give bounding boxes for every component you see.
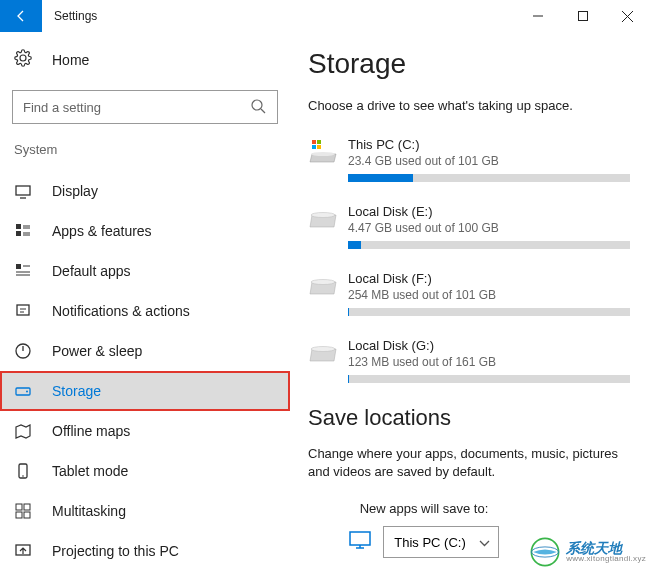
home-nav[interactable]: Home xyxy=(0,40,290,80)
sidebar-item-label: Multitasking xyxy=(52,503,126,519)
chevron-down-icon xyxy=(479,535,490,550)
sidebar-item-label: Offline maps xyxy=(52,423,130,439)
drive-usage: 123 MB used out of 161 GB xyxy=(348,355,630,369)
monitor-icon xyxy=(349,531,371,553)
svg-rect-18 xyxy=(17,305,29,315)
svg-rect-14 xyxy=(16,264,21,269)
sidebar-item-notifications-actions[interactable]: Notifications & actions xyxy=(0,291,290,331)
save-locations-title: Save locations xyxy=(308,405,630,431)
drive-item[interactable]: Local Disk (F:) 254 MB used out of 101 G… xyxy=(308,271,630,316)
drive-name: Local Disk (E:) xyxy=(348,204,630,219)
svg-point-4 xyxy=(252,100,262,110)
window-title: Settings xyxy=(54,9,97,23)
drive-usage: 23.4 GB used out of 101 GB xyxy=(348,154,630,168)
gear-icon xyxy=(14,49,32,71)
new-apps-label: New apps will save to: xyxy=(290,501,630,516)
sidebar-item-power-sleep[interactable]: Power & sleep xyxy=(0,331,290,371)
drive-name: This PC (C:) xyxy=(348,137,630,152)
drive-item[interactable]: This PC (C:) 23.4 GB used out of 101 GB xyxy=(308,137,630,182)
close-icon xyxy=(622,11,633,22)
tablet-icon xyxy=(14,462,32,480)
drive-item[interactable]: Local Disk (G:) 123 MB used out of 161 G… xyxy=(308,338,630,383)
drive-progress xyxy=(348,241,630,249)
maximize-icon xyxy=(578,11,588,21)
svg-rect-30 xyxy=(24,512,30,518)
sidebar-item-storage[interactable]: Storage xyxy=(0,371,290,411)
drive-progress xyxy=(348,308,630,316)
sidebar-item-label: Storage xyxy=(52,383,101,399)
sidebar-item-multitasking[interactable]: Multitasking xyxy=(0,491,290,531)
notifications-icon xyxy=(14,302,32,320)
minimize-button[interactable] xyxy=(515,0,560,32)
minimize-icon xyxy=(533,11,543,21)
close-button[interactable] xyxy=(605,0,650,32)
sidebar-item-label: Default apps xyxy=(52,263,131,279)
drive-name: Local Disk (G:) xyxy=(348,338,630,353)
svg-rect-40 xyxy=(350,532,370,545)
section-header: System xyxy=(0,138,290,161)
sidebar-item-projecting-to-this-pc[interactable]: Projecting to this PC xyxy=(0,531,290,571)
watermark: 系统天地 www.xitongtiandi.xyz xyxy=(528,535,646,569)
back-button[interactable] xyxy=(0,0,42,32)
drive-name: Local Disk (F:) xyxy=(348,271,630,286)
sidebar-item-label: Power & sleep xyxy=(52,343,142,359)
sidebar-item-default-apps[interactable]: Default apps xyxy=(0,251,290,291)
svg-rect-32 xyxy=(312,140,316,144)
drive-progress xyxy=(348,375,630,383)
default-apps-icon xyxy=(14,262,32,280)
projecting-icon xyxy=(14,542,32,560)
svg-rect-27 xyxy=(16,504,22,510)
drive-icon xyxy=(308,271,348,316)
sidebar-item-apps-features[interactable]: Apps & features xyxy=(0,211,290,251)
svg-point-37 xyxy=(311,213,335,218)
svg-point-24 xyxy=(26,391,28,393)
drive-icon xyxy=(308,137,348,182)
svg-rect-33 xyxy=(317,140,321,144)
svg-rect-8 xyxy=(16,224,21,229)
sidebar-item-tablet-mode[interactable]: Tablet mode xyxy=(0,451,290,491)
page-subtitle: Choose a drive to see what's taking up s… xyxy=(308,98,630,113)
svg-point-38 xyxy=(311,280,335,285)
page-title: Storage xyxy=(308,48,630,80)
storage-icon xyxy=(14,382,32,400)
search-input[interactable] xyxy=(12,90,278,124)
svg-line-5 xyxy=(261,109,265,113)
multitasking-icon xyxy=(14,502,32,520)
apps-icon xyxy=(14,222,32,240)
sidebar-item-label: Tablet mode xyxy=(52,463,128,479)
svg-point-26 xyxy=(22,475,24,477)
sidebar-item-label: Notifications & actions xyxy=(52,303,190,319)
svg-point-36 xyxy=(311,152,335,156)
svg-rect-35 xyxy=(317,145,321,149)
sidebar-item-label: Projecting to this PC xyxy=(52,543,179,559)
maximize-button[interactable] xyxy=(560,0,605,32)
sidebar-item-offline-maps[interactable]: Offline maps xyxy=(0,411,290,451)
power-icon xyxy=(14,342,32,360)
sidebar-item-label: Display xyxy=(52,183,98,199)
drive-icon xyxy=(308,204,348,249)
svg-rect-34 xyxy=(312,145,316,149)
display-icon xyxy=(14,182,32,200)
drive-item[interactable]: Local Disk (E:) 4.47 GB used out of 100 … xyxy=(308,204,630,249)
svg-point-39 xyxy=(311,347,335,352)
svg-rect-28 xyxy=(24,504,30,510)
arrow-left-icon xyxy=(13,8,29,24)
save-locations-desc: Change where your apps, documents, music… xyxy=(308,445,630,481)
home-label: Home xyxy=(52,52,89,68)
new-apps-dropdown[interactable]: This PC (C:) xyxy=(383,526,499,558)
drive-usage: 4.47 GB used out of 100 GB xyxy=(348,221,630,235)
svg-rect-1 xyxy=(578,12,587,21)
drive-progress xyxy=(348,174,630,182)
sidebar-item-display[interactable]: Display xyxy=(0,171,290,211)
maps-icon xyxy=(14,422,32,440)
svg-rect-29 xyxy=(16,512,22,518)
svg-rect-9 xyxy=(16,231,21,236)
search-icon xyxy=(250,98,266,118)
drive-usage: 254 MB used out of 101 GB xyxy=(348,288,630,302)
drive-icon xyxy=(308,338,348,383)
svg-rect-6 xyxy=(16,186,30,195)
dropdown-value: This PC (C:) xyxy=(394,535,466,550)
sidebar-item-label: Apps & features xyxy=(52,223,152,239)
